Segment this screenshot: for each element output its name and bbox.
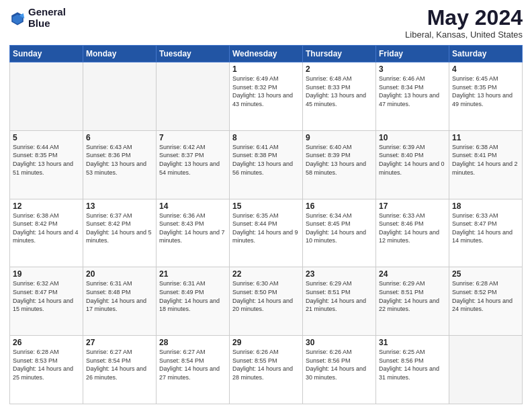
day-number: 26 xyxy=(13,338,80,347)
calendar-week-row: 26Sunrise: 6:28 AM Sunset: 8:53 PM Dayli… xyxy=(10,336,523,404)
calendar-day-cell: 23Sunrise: 6:29 AM Sunset: 8:51 PM Dayli… xyxy=(303,267,376,336)
day-number: 7 xyxy=(159,133,226,142)
calendar-day-cell xyxy=(157,62,230,131)
calendar-day-cell xyxy=(83,62,157,131)
day-info: Sunrise: 6:29 AM Sunset: 8:51 PM Dayligh… xyxy=(379,279,446,313)
day-info: Sunrise: 6:41 AM Sunset: 8:38 PM Dayligh… xyxy=(232,143,300,177)
day-info: Sunrise: 6:31 AM Sunset: 8:48 PM Dayligh… xyxy=(86,279,153,313)
day-info: Sunrise: 6:28 AM Sunset: 8:53 PM Dayligh… xyxy=(13,348,80,381)
day-info: Sunrise: 6:43 AM Sunset: 8:36 PM Dayligh… xyxy=(86,143,153,177)
day-info: Sunrise: 6:34 AM Sunset: 8:45 PM Dayligh… xyxy=(306,212,373,245)
calendar-day-cell: 8Sunrise: 6:41 AM Sunset: 8:38 PM Daylig… xyxy=(230,130,303,199)
calendar-week-row: 5Sunrise: 6:44 AM Sunset: 8:35 PM Daylig… xyxy=(10,130,523,199)
calendar-day-cell: 1Sunrise: 6:49 AM Sunset: 8:32 PM Daylig… xyxy=(230,62,303,131)
calendar-day-cell: 22Sunrise: 6:30 AM Sunset: 8:50 PM Dayli… xyxy=(230,267,303,336)
day-info: Sunrise: 6:36 AM Sunset: 8:43 PM Dayligh… xyxy=(159,212,226,245)
calendar-day-cell: 10Sunrise: 6:39 AM Sunset: 8:40 PM Dayli… xyxy=(376,130,449,199)
day-number: 24 xyxy=(379,269,446,279)
day-number: 21 xyxy=(159,269,226,279)
day-number: 14 xyxy=(159,201,226,211)
day-info: Sunrise: 6:32 AM Sunset: 8:47 PM Dayligh… xyxy=(13,279,80,313)
calendar-day-cell: 2Sunrise: 6:48 AM Sunset: 8:33 PM Daylig… xyxy=(303,62,376,131)
day-info: Sunrise: 6:31 AM Sunset: 8:49 PM Dayligh… xyxy=(159,279,226,313)
calendar-day-cell: 18Sunrise: 6:33 AM Sunset: 8:47 PM Dayli… xyxy=(449,199,523,267)
day-info: Sunrise: 6:27 AM Sunset: 8:54 PM Dayligh… xyxy=(86,348,153,381)
day-number: 17 xyxy=(379,201,446,211)
calendar-day-cell: 27Sunrise: 6:27 AM Sunset: 8:54 PM Dayli… xyxy=(83,336,157,404)
day-info: Sunrise: 6:40 AM Sunset: 8:39 PM Dayligh… xyxy=(306,143,373,177)
calendar-day-cell: 16Sunrise: 6:34 AM Sunset: 8:45 PM Dayli… xyxy=(303,199,376,267)
day-number: 11 xyxy=(452,133,519,142)
day-number: 5 xyxy=(13,133,80,142)
day-info: Sunrise: 6:25 AM Sunset: 8:56 PM Dayligh… xyxy=(379,348,446,381)
day-info: Sunrise: 6:45 AM Sunset: 8:35 PM Dayligh… xyxy=(452,75,519,108)
calendar-day-cell: 21Sunrise: 6:31 AM Sunset: 8:49 PM Dayli… xyxy=(157,267,230,336)
day-number: 2 xyxy=(306,64,373,74)
day-info: Sunrise: 6:39 AM Sunset: 8:40 PM Dayligh… xyxy=(379,143,446,177)
calendar-header-row: SundayMondayTuesdayWednesdayThursdayFrid… xyxy=(10,46,523,62)
calendar-day-cell: 13Sunrise: 6:37 AM Sunset: 8:42 PM Dayli… xyxy=(83,199,157,267)
day-info: Sunrise: 6:27 AM Sunset: 8:54 PM Dayligh… xyxy=(159,348,226,381)
weekday-header: Sunday xyxy=(10,46,83,62)
day-number: 3 xyxy=(379,64,446,74)
day-info: Sunrise: 6:30 AM Sunset: 8:50 PM Dayligh… xyxy=(232,279,300,313)
calendar-day-cell: 11Sunrise: 6:38 AM Sunset: 8:41 PM Dayli… xyxy=(449,130,523,199)
day-number: 4 xyxy=(452,64,519,74)
weekday-header: Monday xyxy=(83,46,157,62)
calendar-week-row: 1Sunrise: 6:49 AM Sunset: 8:32 PM Daylig… xyxy=(10,62,523,131)
day-number: 22 xyxy=(232,269,300,279)
calendar-day-cell: 15Sunrise: 6:35 AM Sunset: 8:44 PM Dayli… xyxy=(230,199,303,267)
day-info: Sunrise: 6:42 AM Sunset: 8:37 PM Dayligh… xyxy=(159,143,226,177)
calendar-day-cell xyxy=(449,336,523,404)
calendar-week-row: 19Sunrise: 6:32 AM Sunset: 8:47 PM Dayli… xyxy=(10,267,523,336)
day-number: 23 xyxy=(306,269,373,279)
day-number: 8 xyxy=(232,133,300,142)
calendar-day-cell: 7Sunrise: 6:42 AM Sunset: 8:37 PM Daylig… xyxy=(157,130,230,199)
calendar-day-cell: 20Sunrise: 6:31 AM Sunset: 8:48 PM Dayli… xyxy=(83,267,157,336)
day-number: 25 xyxy=(452,269,519,279)
calendar-day-cell: 12Sunrise: 6:38 AM Sunset: 8:42 PM Dayli… xyxy=(10,199,83,267)
day-number: 10 xyxy=(379,133,446,142)
day-info: Sunrise: 6:28 AM Sunset: 8:52 PM Dayligh… xyxy=(452,279,519,313)
day-number: 1 xyxy=(232,64,300,74)
calendar-day-cell: 17Sunrise: 6:33 AM Sunset: 8:46 PM Dayli… xyxy=(376,199,449,267)
day-number: 27 xyxy=(86,338,153,347)
day-info: Sunrise: 6:49 AM Sunset: 8:32 PM Dayligh… xyxy=(232,75,300,108)
weekday-header: Thursday xyxy=(303,46,376,62)
title-block: May 2024 Liberal, Kansas, United States xyxy=(405,7,523,40)
calendar-day-cell xyxy=(10,62,83,131)
calendar-day-cell: 3Sunrise: 6:46 AM Sunset: 8:34 PM Daylig… xyxy=(376,62,449,131)
calendar-day-cell: 24Sunrise: 6:29 AM Sunset: 8:51 PM Dayli… xyxy=(376,267,449,336)
day-number: 9 xyxy=(306,133,373,142)
calendar-day-cell: 9Sunrise: 6:40 AM Sunset: 8:39 PM Daylig… xyxy=(303,130,376,199)
day-number: 13 xyxy=(86,201,153,211)
calendar-day-cell: 14Sunrise: 6:36 AM Sunset: 8:43 PM Dayli… xyxy=(157,199,230,267)
day-number: 19 xyxy=(13,269,80,279)
day-info: Sunrise: 6:33 AM Sunset: 8:46 PM Dayligh… xyxy=(379,212,446,245)
calendar-day-cell: 31Sunrise: 6:25 AM Sunset: 8:56 PM Dayli… xyxy=(376,336,449,404)
day-info: Sunrise: 6:38 AM Sunset: 8:42 PM Dayligh… xyxy=(13,212,80,245)
calendar-day-cell: 19Sunrise: 6:32 AM Sunset: 8:47 PM Dayli… xyxy=(10,267,83,336)
day-info: Sunrise: 6:35 AM Sunset: 8:44 PM Dayligh… xyxy=(232,212,300,245)
calendar-day-cell: 5Sunrise: 6:44 AM Sunset: 8:35 PM Daylig… xyxy=(10,130,83,199)
day-info: Sunrise: 6:33 AM Sunset: 8:47 PM Dayligh… xyxy=(452,212,519,245)
calendar-day-cell: 26Sunrise: 6:28 AM Sunset: 8:53 PM Dayli… xyxy=(10,336,83,404)
header: General Blue May 2024 Liberal, Kansas, U… xyxy=(9,7,523,40)
day-info: Sunrise: 6:26 AM Sunset: 8:56 PM Dayligh… xyxy=(306,348,373,381)
day-info: Sunrise: 6:26 AM Sunset: 8:55 PM Dayligh… xyxy=(232,348,300,381)
day-info: Sunrise: 6:46 AM Sunset: 8:34 PM Dayligh… xyxy=(379,75,446,108)
weekday-header: Wednesday xyxy=(230,46,303,62)
day-info: Sunrise: 6:37 AM Sunset: 8:42 PM Dayligh… xyxy=(86,212,153,245)
weekday-header: Saturday xyxy=(449,46,523,62)
day-info: Sunrise: 6:48 AM Sunset: 8:33 PM Dayligh… xyxy=(306,75,373,108)
calendar-day-cell: 30Sunrise: 6:26 AM Sunset: 8:56 PM Dayli… xyxy=(303,336,376,404)
calendar-day-cell: 28Sunrise: 6:27 AM Sunset: 8:54 PM Dayli… xyxy=(157,336,230,404)
logo: General Blue xyxy=(9,7,66,29)
day-info: Sunrise: 6:29 AM Sunset: 8:51 PM Dayligh… xyxy=(306,279,373,313)
day-number: 20 xyxy=(86,269,153,279)
day-number: 30 xyxy=(306,338,373,347)
calendar-day-cell: 6Sunrise: 6:43 AM Sunset: 8:36 PM Daylig… xyxy=(83,130,157,199)
location: Liberal, Kansas, United States xyxy=(405,30,523,40)
day-number: 29 xyxy=(232,338,300,347)
day-number: 16 xyxy=(306,201,373,211)
